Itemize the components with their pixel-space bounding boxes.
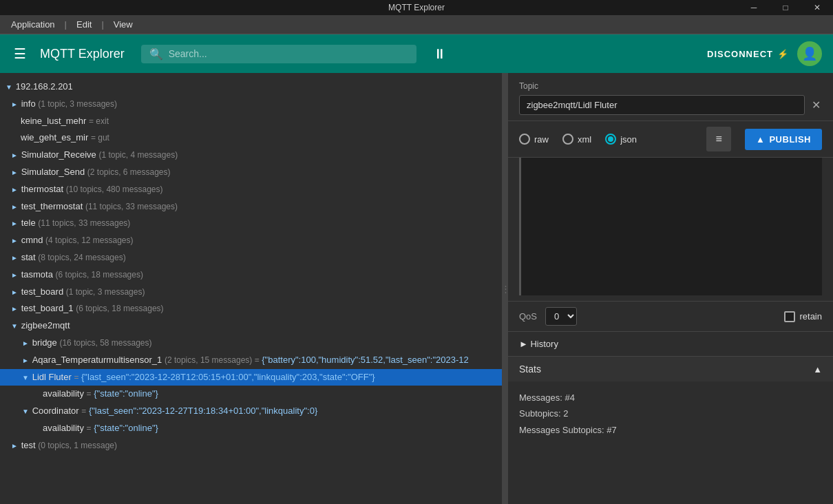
history-section: ► History [508,331,833,356]
topic-section: Topic ✕ [508,73,833,121]
publish-icon: ▲ [756,134,765,145]
stats-content: Messages: #4Subtopics: 2Messages Subtopi… [508,381,833,446]
tree-item[interactable]: ▼ 192.168.2.201 [0,78,502,96]
tree-item[interactable]: ► test (0 topics, 1 message) [0,437,502,454]
retain-check: retain [784,311,822,322]
stats-item: Subtopics: 2 [519,406,822,421]
menu-edit[interactable]: Edit [71,18,97,31]
tree-item[interactable]: ► thermostat (10 topics, 480 messages) [0,181,502,198]
app-title: MQTT Explorer [40,47,125,61]
top-bar: ☰ MQTT Explorer 🔍 ⏸ DISCONNECT ⚡ 👤 [0,34,833,73]
menu-sep-1: | [65,19,67,30]
qos-label: QoS [519,311,537,322]
tree-item[interactable]: ► test_board (1 topic, 3 messages) [0,284,502,301]
publish-button[interactable]: ▲ PUBLISH [745,129,822,150]
stats-item: Messages: #4 [519,390,822,406]
format-xml[interactable]: xml [562,134,591,145]
menu-application[interactable]: Application [6,18,61,31]
topic-label: Topic [519,81,822,91]
resize-handle[interactable]: ⋮ [503,73,508,504]
radio-xml[interactable] [562,134,573,145]
qos-row: QoS 0 1 2 retain [508,301,833,331]
tree-item[interactable]: ► Aqara_Temperaturmultisensor_1 (2 topic… [0,352,502,369]
close-button[interactable]: ✕ [801,0,833,15]
pause-button[interactable]: ⏸ [428,43,452,65]
format-raw-label: raw [534,134,549,145]
topic-input[interactable] [519,95,805,115]
stats-title: Stats [519,364,541,375]
avatar: 👤 [797,41,822,66]
message-area[interactable] [519,158,822,295]
stats-collapse-icon: ▲ [813,364,822,375]
tree-item[interactable]: keine_lust_mehr = exit [0,113,502,130]
tree-item[interactable]: ▼ Coordinator = {"last_seen":"2023-12-27… [0,403,502,420]
publish-label: PUBLISH [769,134,811,145]
tree-item[interactable]: ► Simulator_Receive (1 topic, 4 messages… [0,147,502,164]
tree-item[interactable]: ► bridge (16 topics, 58 messages) [0,335,502,352]
main-layout: ▼ 192.168.2.201► info (1 topic, 3 messag… [0,73,833,504]
tree-item[interactable]: ► stat (8 topics, 24 messages) [0,249,502,266]
radio-json[interactable] [605,134,616,145]
tree-item[interactable]: ► test_board_1 (6 topics, 18 messages) [0,300,502,317]
search-icon: 🔍 [149,48,163,61]
tree-item[interactable]: availability = {"state":"online"} [0,420,502,437]
tree-item[interactable]: ► cmnd (4 topics, 12 messages) [0,232,502,249]
avatar-icon: 👤 [802,46,817,61]
tree-item[interactable]: ► tasmota (6 topics, 18 messages) [0,266,502,284]
format-raw[interactable]: raw [519,134,549,145]
tree-item[interactable]: ► test_thermostat (11 topics, 33 message… [0,198,502,216]
topic-clear-button[interactable]: ✕ [810,97,822,113]
topic-input-row: ✕ [519,95,822,115]
disconnect-icon: ⚡ [777,49,789,59]
format-json-label: json [620,134,637,145]
tree-item[interactable]: ► info (1 topic, 3 messages) [0,96,502,113]
stats-item: Messages Subtopics: #7 [519,422,822,438]
search-input[interactable] [169,48,408,59]
maximize-button[interactable]: □ [770,0,801,15]
format-row: raw xml json ≡ ▲ PUBLISH [508,121,833,158]
stats-section: Stats ▲ Messages: #4Subtopics: 2Messages… [508,356,833,446]
tree-panel[interactable]: ▼ 192.168.2.201► info (1 topic, 3 messag… [0,73,503,504]
qos-select[interactable]: 0 1 2 [545,307,577,326]
title-bar: MQTT Explorer ─ □ ✕ [0,0,833,15]
top-bar-right: DISCONNECT ⚡ 👤 [707,41,822,66]
tree-item[interactable]: ▼ Lidl Fluter = {"last_seen":"2023-12-28… [0,369,502,386]
lines-button[interactable]: ≡ [706,127,731,151]
search-wrapper: 🔍 [141,45,416,63]
menu-view[interactable]: View [108,18,138,31]
tree-item[interactable]: availability = {"state":"online"} [0,386,502,403]
title-bar-controls: ─ □ ✕ [738,0,833,15]
minimize-button[interactable]: ─ [738,0,770,15]
tree-item[interactable]: wie_geht_es_mir = gut [0,129,502,147]
retain-checkbox[interactable] [784,311,795,322]
format-json[interactable]: json [605,134,637,145]
right-panel: Topic ✕ raw xml json ≡ ▲ [508,73,833,504]
menu-bar: Application | Edit | View [0,15,833,34]
stats-header[interactable]: Stats ▲ [508,357,833,381]
disconnect-label: DISCONNECT [707,49,773,59]
hamburger-button[interactable]: ☰ [11,43,29,65]
tree-item[interactable]: ► tele (11 topics, 33 messages) [0,215,502,232]
history-header[interactable]: ► History [519,339,822,349]
title-bar-text: MQTT Explorer [388,3,445,12]
retain-label: retain [799,311,822,322]
format-xml-label: xml [578,134,591,145]
tree-item[interactable]: ► Simulator_Send (2 topics, 6 messages) [0,164,502,181]
tree-item[interactable]: ▼ zigbee2mqtt [0,317,502,335]
menu-sep-2: | [101,19,103,30]
radio-raw[interactable] [519,134,530,145]
disconnect-button[interactable]: DISCONNECT ⚡ [707,49,789,59]
history-label: ► History [519,339,558,349]
